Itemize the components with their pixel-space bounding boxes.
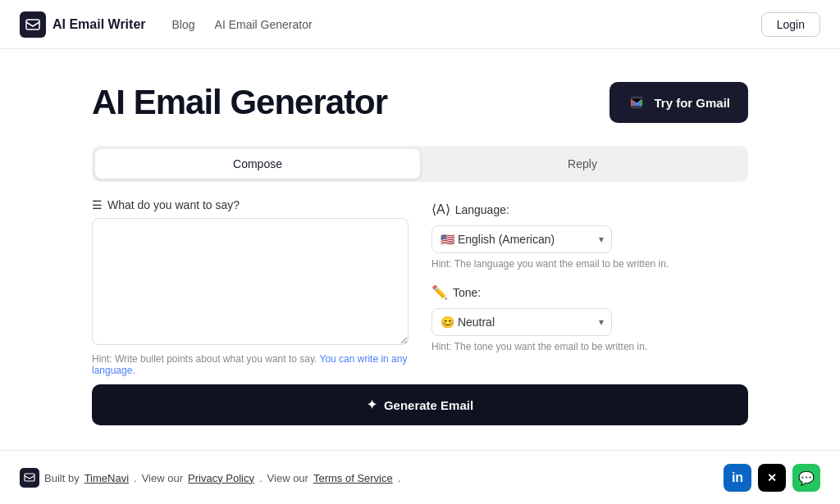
tone-select-wrapper: 😊 Neutral Formal Informal Friendly Profe… [431, 308, 612, 336]
sparkle-icon: ✦ [367, 397, 377, 412]
tone-label: ✏️ Tone: [431, 284, 748, 300]
right-column: ⟨A⟩ Language: 🇺🇸 English (American) 🇬🇧 E… [431, 198, 748, 367]
list-icon: ☰ [92, 198, 103, 211]
footer-period1: . [134, 472, 137, 484]
footer-timenavi-link[interactable]: TimeNavi [84, 472, 129, 484]
message-field-label: ☰ What do you want to say? [92, 198, 409, 211]
footer-right: in ✕ 💬 [724, 464, 820, 492]
language-hint: Hint: The language you want the email to… [431, 258, 748, 270]
tone-hint: Hint: The tone you want the email to be … [431, 341, 748, 352]
footer-view-privacy: View our [142, 472, 183, 484]
tab-reply[interactable]: Reply [420, 149, 745, 179]
login-button[interactable]: Login [761, 12, 820, 37]
linkedin-button[interactable]: in [724, 464, 751, 492]
footer-privacy-link[interactable]: Privacy Policy [188, 472, 254, 484]
message-label-text: What do you want to say? [107, 198, 240, 211]
tone-section: ✏️ Tone: 😊 Neutral Formal Informal Frien… [431, 284, 748, 352]
linkedin-icon: in [732, 470, 743, 485]
language-label: ⟨A⟩ Language: [431, 202, 748, 217]
svg-rect-0 [26, 20, 39, 30]
nav-generator[interactable]: AI Email Generator [215, 18, 313, 31]
translate-icon: ⟨A⟩ [431, 202, 450, 217]
footer-logo-icon [20, 468, 39, 488]
tone-icon: ✏️ [431, 284, 448, 300]
message-textarea[interactable] [92, 218, 409, 345]
page-title: AI Email Generator [92, 83, 387, 122]
footer-left: Built by TimeNavi . View our Privacy Pol… [20, 468, 400, 488]
svg-rect-1 [25, 474, 34, 481]
footer: Built by TimeNavi . View our Privacy Pol… [0, 450, 840, 504]
footer-built-by: Built by [44, 472, 80, 484]
gmail-icon [628, 93, 646, 111]
try-for-gmail-button[interactable]: Try for Gmail [609, 82, 748, 123]
generate-btn-label: Generate Email [384, 398, 473, 412]
navbar: AI Email Writer Blog AI Email Generator … [0, 0, 840, 49]
gmail-btn-label: Try for Gmail [654, 96, 730, 110]
language-select-wrapper: 🇺🇸 English (American) 🇬🇧 English (Britis… [431, 225, 612, 253]
site-logo[interactable]: AI Email Writer [20, 11, 146, 38]
site-logo-text: AI Email Writer [52, 17, 146, 32]
generate-email-button[interactable]: ✦ Generate Email [92, 384, 748, 425]
hint-static-text: Hint: Write bullet points about what you… [92, 353, 317, 365]
chat-button[interactable]: 💬 [792, 464, 820, 492]
x-twitter-button[interactable]: ✕ [758, 464, 786, 492]
tone-select[interactable]: 😊 Neutral Formal Informal Friendly Profe… [431, 308, 612, 336]
tab-compose[interactable]: Compose [95, 149, 420, 179]
nav-blog[interactable]: Blog [172, 18, 195, 31]
chat-icon: 💬 [798, 470, 815, 486]
left-column: ☰ What do you want to say? Hint: Write b… [92, 198, 409, 376]
form-grid: ☰ What do you want to say? Hint: Write b… [92, 198, 748, 376]
x-icon: ✕ [767, 471, 777, 484]
tabs-container: Compose Reply [92, 146, 748, 182]
footer-view-terms: View our [267, 472, 308, 484]
nav-links: Blog AI Email Generator [172, 18, 761, 31]
footer-period2: . [259, 472, 262, 484]
language-section: ⟨A⟩ Language: 🇺🇸 English (American) 🇬🇧 E… [431, 202, 748, 270]
language-select[interactable]: 🇺🇸 English (American) 🇬🇧 English (Britis… [431, 225, 612, 253]
language-label-text: Language: [455, 203, 509, 216]
logo-icon [20, 11, 46, 38]
footer-terms-link[interactable]: Terms of Service [313, 472, 393, 484]
tone-label-text: Tone: [453, 286, 481, 299]
main-content: AI Email Generator Try for [26, 49, 814, 450]
message-hint: Hint: Write bullet points about what you… [92, 353, 409, 376]
page-header: AI Email Generator Try for [92, 82, 748, 123]
footer-period3: . [398, 472, 401, 484]
